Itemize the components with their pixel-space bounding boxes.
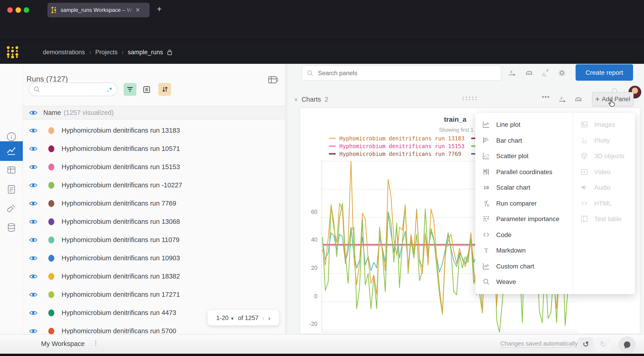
group-list-button[interactable] (140, 83, 153, 96)
workspace-chart-icon[interactable] (6, 146, 17, 157)
browser-tab[interactable]: sample_runs Workspace – Weig ✕ (48, 3, 150, 17)
chat-support-button[interactable] (618, 337, 636, 354)
menu-item-custom-chart[interactable]: Custom chart (475, 258, 573, 274)
window-close-button[interactable] (7, 7, 13, 13)
run-row[interactable]: Hyphomicrobium denitrificans run 15153 (23, 158, 285, 176)
menu-item-scalar-chart[interactable]: 10Scalar chart (475, 180, 573, 195)
runs-search-box[interactable]: .* (29, 82, 117, 96)
undo-button[interactable]: ↺ (578, 337, 593, 352)
menu-item-code[interactable]: Code (475, 227, 573, 243)
workspace-name-label[interactable]: My Workspace (41, 340, 84, 347)
menu-item-weave[interactable]: Weave (475, 274, 573, 290)
legend-entry[interactable]: Hyphomicrobium denitrificans run 13183 (329, 134, 464, 142)
settings-gear-icon[interactable] (557, 68, 566, 77)
run-row[interactable]: Hyphomicrobium denitrificans run 17271 (23, 285, 285, 304)
pagination-control[interactable]: 1-20 ▼ of 1257 ‹ › (208, 310, 279, 326)
visibility-eye-icon[interactable] (29, 237, 38, 243)
redo-button[interactable]: ↻ (596, 337, 611, 352)
create-report-button[interactable]: Create report (576, 64, 633, 81)
section-x-axis-icon[interactable]: x (558, 95, 568, 104)
logs-clipboard-icon[interactable] (6, 184, 17, 195)
visibility-eye-icon[interactable] (29, 328, 38, 334)
runs-scrollbar[interactable] (285, 64, 288, 334)
visibility-eye-icon[interactable] (29, 110, 38, 116)
menu-item-label: Line plot (496, 121, 520, 128)
run-name-label[interactable]: Hyphomicrobium denitrificans run 17271 (62, 291, 180, 298)
video-icon (580, 168, 588, 176)
menu-item-bar-chart[interactable]: Bar chart (475, 132, 573, 148)
workspace-kebab-menu-icon[interactable]: ⋮ (92, 339, 99, 347)
legend-entry[interactable]: Hyphomicrobium denitrificans run 15153 (329, 142, 464, 150)
run-row[interactable]: Hyphomicrobium denitrificans run 13068 (23, 212, 285, 231)
pagination-range[interactable]: 1-20 ▼ (216, 314, 234, 321)
chart-legend: Hyphomicrobium denitrificans run 13183Hy… (329, 134, 464, 158)
menu-item-parameter-importance[interactable]: Parameter importance (475, 211, 573, 227)
smoothing-iron-icon[interactable] (524, 68, 534, 77)
visibility-eye-icon[interactable] (29, 292, 38, 298)
visibility-eye-icon[interactable] (29, 310, 38, 316)
overview-info-icon[interactable]: i (6, 131, 17, 142)
run-name-label[interactable]: Hyphomicrobium denitrificans run 7769 (62, 200, 176, 207)
run-name-label[interactable]: Hyphomicrobium denitrificans run 13183 (62, 127, 180, 134)
run-name-label[interactable]: Hyphomicrobium denitrificans run 11079 (62, 236, 180, 243)
section-iron-icon[interactable] (574, 95, 583, 104)
breadcrumb-item[interactable]: Projects (95, 48, 118, 55)
visibility-eye-icon[interactable] (29, 273, 38, 279)
run-row[interactable]: Hyphomicrobium denitrificans run -10227 (23, 176, 285, 194)
visibility-eye-icon[interactable] (29, 182, 38, 188)
drag-handle-dots[interactable] (462, 97, 478, 101)
run-name-label[interactable]: Hyphomicrobium denitrificans run 4473 (62, 309, 176, 316)
new-tab-button[interactable]: + (157, 4, 162, 14)
outliers-icon[interactable]: x (541, 68, 550, 77)
menu-item-run-comparer[interactable]: ABRun comparer (475, 195, 573, 211)
menu-item-parallel-coordinates[interactable]: Parallel coordinates (475, 164, 573, 180)
run-row[interactable]: Hyphomicrobium denitrificans run 10903 (23, 249, 285, 267)
next-page-icon[interactable]: › (268, 314, 270, 322)
breadcrumb-item[interactable]: demonstrations (43, 48, 85, 55)
private-project-lock-icon (167, 48, 173, 55)
wandb-logo[interactable] (6, 46, 19, 58)
prev-page-icon[interactable]: ‹ (262, 314, 264, 322)
tab-close-icon[interactable]: ✕ (136, 7, 140, 13)
run-name-label[interactable]: Hyphomicrobium denitrificans run 10903 (62, 254, 180, 262)
menu-item-scatter-plot[interactable]: Scatter plot (475, 148, 573, 164)
visibility-eye-icon[interactable] (29, 219, 38, 225)
legend-entry[interactable]: Hyphomicrobium denitrificans run 7769 (329, 150, 464, 158)
visibility-eye-icon[interactable] (29, 200, 38, 206)
artifacts-database-icon[interactable] (6, 222, 17, 233)
expand-table-button[interactable] (268, 76, 278, 84)
section-more-menu-icon[interactable]: ••• (542, 93, 550, 100)
visibility-eye-icon[interactable] (29, 164, 38, 170)
runs-table-header[interactable]: Name (1257 visualized) (23, 106, 285, 119)
sweeps-broom-icon[interactable] (6, 203, 17, 214)
run-name-label[interactable]: Hyphomicrobium denitrificans run -10227 (62, 181, 182, 189)
regex-toggle-icon[interactable]: .* (108, 86, 112, 93)
run-row[interactable]: Hyphomicrobium denitrificans run 18382 (23, 267, 285, 285)
visibility-eye-icon[interactable] (29, 255, 38, 261)
run-name-label[interactable]: Hyphomicrobium denitrificans run 10571 (62, 145, 180, 152)
menu-item-markdown[interactable]: TMarkdown (475, 243, 573, 258)
menu-item-line-plot[interactable]: Line plot (475, 117, 573, 132)
window-zoom-button[interactable] (24, 7, 29, 13)
filter-button[interactable] (124, 83, 136, 96)
window-minimize-button[interactable] (16, 7, 21, 13)
charts-section-label[interactable]: Charts (302, 96, 321, 103)
runs-search-input[interactable] (43, 85, 98, 93)
run-name-label[interactable]: Hyphomicrobium denitrificans run 15153 (62, 163, 180, 170)
search-panels-box[interactable] (302, 65, 501, 81)
run-name-label[interactable]: Hyphomicrobium denitrificans run 13068 (62, 218, 180, 225)
run-row[interactable]: Hyphomicrobium denitrificans run 13183 (23, 121, 285, 139)
run-row[interactable]: Hyphomicrobium denitrificans run 10571 (23, 139, 285, 158)
collapse-chevron-icon[interactable]: ∨ (294, 96, 298, 102)
x-axis-settings-icon[interactable]: x (508, 68, 517, 77)
breadcrumb-item[interactable]: sample_runs (128, 48, 163, 55)
visibility-eye-icon[interactable] (29, 146, 38, 152)
run-name-label[interactable]: Hyphomicrobium denitrificans run 5700 (62, 327, 176, 334)
sort-button[interactable] (158, 83, 171, 96)
search-panels-input[interactable] (317, 69, 496, 77)
run-row[interactable]: Hyphomicrobium denitrificans run 11079 (23, 231, 285, 249)
run-name-label[interactable]: Hyphomicrobium denitrificans run 18382 (62, 273, 180, 280)
visibility-eye-icon[interactable] (29, 127, 38, 133)
run-row[interactable]: Hyphomicrobium denitrificans run 7769 (23, 194, 285, 212)
runs-table-icon[interactable] (6, 165, 17, 175)
